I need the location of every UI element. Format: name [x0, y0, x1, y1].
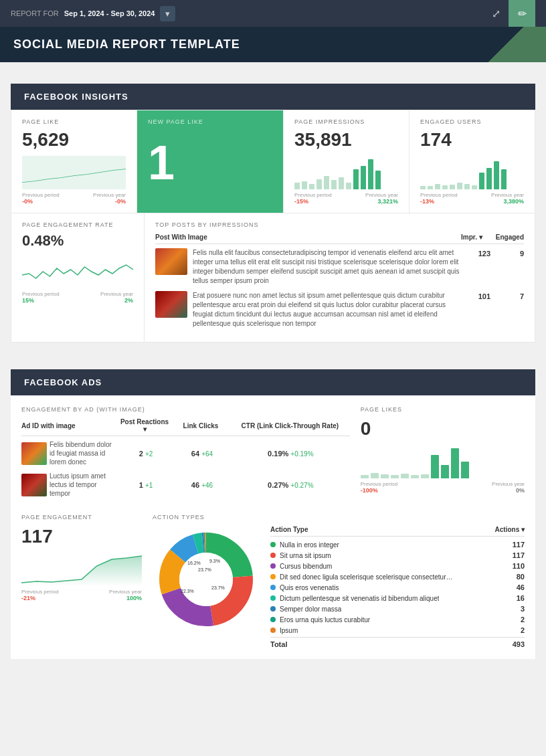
fa-action-types-card: ACTION TYPES	[153, 514, 525, 648]
fa-pl-deltas: -100% 0%	[361, 487, 525, 494]
fa-col-reactions: Post Reactions ▾	[118, 418, 171, 433]
per-period-delta: 15%	[22, 297, 34, 304]
fa-pe-chart	[21, 553, 142, 586]
new-page-like-value: 1	[148, 138, 272, 187]
fa-bottom-row: PAGE ENGAGEMENT 117 Previous period Pre	[11, 514, 535, 659]
action-row-item: Semper dolor massa 3	[270, 603, 525, 614]
action-row-item: Dit sed donec ligula scelerisque sceleri…	[270, 571, 525, 582]
share-button[interactable]: ⤢	[489, 0, 503, 27]
post-metrics-2: 101 7	[470, 292, 524, 300]
fa-at-label: ACTION TYPES	[153, 514, 525, 521]
svg-text:23.7%: 23.7%	[211, 585, 225, 590]
fa-pl-period-delta: -100%	[361, 487, 378, 494]
fa-pl-label: PAGE LIKES	[361, 406, 525, 413]
post-text-2: Erat posuere nunc non amet lectus sit ip…	[193, 291, 465, 328]
fi-bottom-row: PAGE ENGAGEMENT RATE 0.48% Previous peri…	[11, 213, 535, 343]
per-deltas: 15% 2%	[22, 297, 133, 304]
new-page-like-label: NEW PAGE LIKE	[148, 118, 272, 125]
post-row-2: Erat posuere nunc non amet lectus sit ip…	[155, 291, 524, 328]
pi-year-delta: 3,321%	[377, 198, 398, 205]
fa-col-ad: Ad ID with image	[21, 422, 115, 430]
action-total-row: Total 493	[270, 637, 525, 648]
per-label: PAGE ENGAGEMENT RATE	[22, 221, 133, 228]
svg-text:16.2%: 16.2%	[187, 561, 201, 565]
top-bar: REPORT FOR Sep 1, 2024 - Sep 30, 2024 ▾ …	[0, 0, 546, 27]
at-total-value: 493	[513, 640, 525, 648]
page-like-value: 5,629	[22, 129, 126, 151]
fa-pe-label: PAGE ENGAGEMENT	[21, 514, 142, 521]
svg-text:9.3%: 9.3%	[209, 559, 220, 563]
fa-ad-image-1	[21, 442, 47, 465]
fa-pe-chart-labels: Previous period Previous year	[21, 589, 142, 595]
engaged-users-chart-labels: Previous period Previous year	[420, 192, 524, 198]
post-metrics-1: 123 9	[470, 250, 524, 258]
fa-pl-year-delta: 0%	[516, 487, 525, 494]
at-total-label: Total	[270, 640, 287, 648]
action-rows: Nulla in eros integer 117 Sit urna sit i…	[270, 539, 525, 636]
per-value: 0.48%	[22, 232, 133, 250]
facebook-insights-header: FACEBOOK INSIGHTS	[11, 84, 535, 110]
page-impressions-chart	[294, 156, 398, 189]
fi-metrics-row: PAGE LIKE 5,629 Previous period Previous…	[11, 110, 535, 213]
facebook-ads-header: FACEBOOK ADS	[11, 369, 535, 395]
fa-col-ctr: CTR (Link Click-Through Rate)	[230, 422, 350, 430]
action-row-item: Ipsum 2	[270, 625, 525, 636]
per-chart-labels: Previous period Previous year	[22, 291, 133, 297]
page-title: SOCIAL MEDIA REPORT TEMPLATE	[13, 37, 240, 51]
date-range-dropdown[interactable]: ▾	[160, 6, 175, 21]
page-impressions-card: PAGE IMPRESSIONS 35,891	[283, 110, 409, 213]
fa-table-header: Ad ID with image Post Reactions ▾ Link C…	[21, 418, 350, 436]
post-impr-1: 123	[470, 250, 490, 258]
col-engaged-label: Engaged	[496, 233, 524, 241]
fa-ctr-2: 0.27% +0.27%	[232, 481, 350, 489]
fa-pl-chart-labels: Previous period Previous year	[361, 481, 525, 487]
at-col-actions: Actions ▾	[495, 526, 525, 533]
per-chart	[22, 255, 133, 288]
at-col-type: Action Type	[270, 526, 308, 533]
report-for-label: REPORT FOR	[11, 9, 59, 17]
pi-period-delta: -15%	[294, 198, 308, 205]
col-impr-label: Impr. ▾	[461, 233, 482, 241]
page-like-year-delta: -0%	[115, 198, 126, 205]
fa-pe-period-delta: -21%	[21, 595, 35, 601]
page-like-chart-labels: Previous period Previous year	[22, 192, 126, 198]
col-post-label: Post With Image	[155, 233, 207, 241]
edit-button[interactable]: ✏	[509, 0, 535, 27]
page-impressions-label: PAGE IMPRESSIONS	[294, 118, 398, 125]
report-period: REPORT FOR Sep 1, 2024 - Sep 30, 2024 ▾	[11, 6, 175, 21]
eu-period-delta: -13%	[420, 198, 434, 205]
facebook-insights-section: FACEBOOK INSIGHTS PAGE LIKE 5,629 Previo…	[11, 84, 535, 343]
top-posts-header: Post With Image Impr. ▾ Engaged	[155, 233, 524, 244]
action-row-item: Cursus bibendum 110	[270, 561, 525, 571]
post-image-2	[155, 291, 187, 318]
page-impressions-value: 35,891	[294, 129, 398, 151]
new-page-like-card: NEW PAGE LIKE 1	[136, 110, 283, 213]
fa-ad-row-2: Luctus ipsum amet lectus id tempor tempo…	[21, 472, 350, 498]
engaged-users-deltas: -13% 3,380%	[420, 198, 524, 205]
action-table-header: Action Type Actions ▾	[270, 526, 525, 537]
fa-pl-chart	[361, 445, 525, 478]
fa-ad-name-1: Felis bibendum dolor id feugiat massa id…	[50, 440, 116, 466]
fa-pe-value: 117	[21, 526, 142, 547]
fa-engagement-table: ENGAGEMENT BY AD (WITH IMAGE) Ad ID with…	[21, 406, 350, 503]
post-engaged-2: 7	[504, 292, 524, 300]
fa-top-row: ENGAGEMENT BY AD (WITH IMAGE) Ad ID with…	[11, 395, 535, 514]
fa-page-engagement-card: PAGE ENGAGEMENT 117 Previous period Pre	[21, 514, 142, 648]
fa-ad-name-2: Luctus ipsum amet lectus id tempor tempo…	[50, 472, 116, 498]
fa-reactions-1: 2 +2	[119, 450, 173, 458]
top-posts-label: TOP POSTS BY IMPRESSIONS	[155, 221, 524, 228]
action-row-item: Dictum pellentesque sit venenatis id bib…	[270, 593, 525, 603]
page-like-label: PAGE LIKE	[22, 118, 126, 125]
action-types-content: 23.7% 23.7% 22.3% 16.2% 9.3% Action Type…	[153, 526, 525, 648]
page-impressions-chart-labels: Previous period Previous year	[294, 192, 398, 198]
engaged-users-label: ENGAGED USERS	[420, 118, 524, 125]
page-impressions-deltas: -15% 3,321%	[294, 198, 398, 205]
fa-ad-image-2	[21, 474, 47, 496]
eu-year-delta: 3,380%	[503, 198, 524, 205]
per-year-delta: 2%	[124, 297, 133, 304]
fa-engagement-label: ENGAGEMENT BY AD (WITH IMAGE)	[21, 406, 350, 413]
title-bar: SOCIAL MEDIA REPORT TEMPLATE	[0, 27, 546, 62]
page-like-deltas: -0% -0%	[22, 198, 126, 205]
facebook-ads-section: FACEBOOK ADS ENGAGEMENT BY AD (WITH IMAG…	[11, 369, 535, 659]
action-types-legend: Action Type Actions ▾ Nulla in eros inte…	[270, 526, 525, 648]
